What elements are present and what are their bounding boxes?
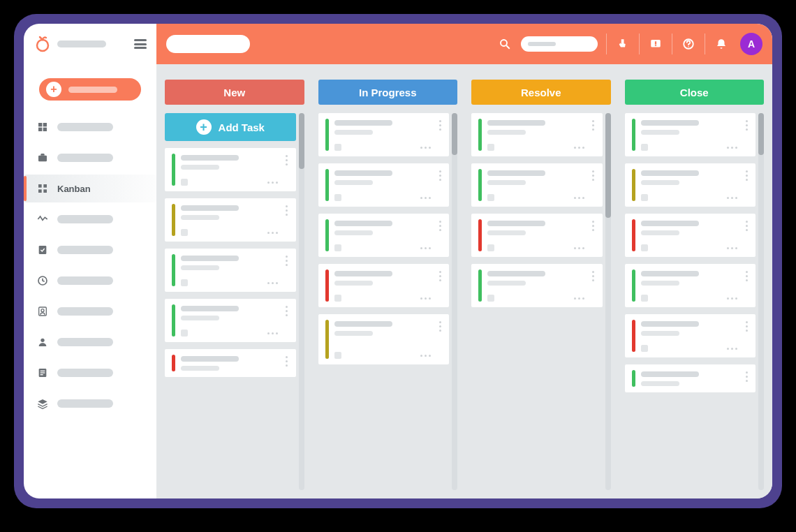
card-more-icon[interactable] [727, 297, 737, 300]
card-menu-icon[interactable] [436, 320, 443, 359]
task-card[interactable] [471, 113, 603, 156]
card-menu-icon[interactable] [743, 119, 750, 151]
card-more-icon[interactable] [420, 197, 431, 199]
task-card[interactable] [165, 148, 296, 191]
task-card[interactable] [318, 113, 450, 156]
card-more-icon[interactable] [420, 355, 431, 357]
search-icon[interactable] [497, 36, 513, 52]
card-subtitle [641, 230, 679, 235]
card-content [641, 269, 738, 302]
card-menu-icon[interactable] [283, 304, 290, 337]
brand-logo-icon [34, 35, 52, 53]
scrollbar-track [452, 113, 457, 490]
nav-list: Kanban [24, 113, 156, 424]
task-card[interactable] [318, 264, 450, 307]
task-card[interactable] [471, 264, 603, 307]
card-menu-icon[interactable] [436, 219, 443, 251]
card-more-icon[interactable] [574, 147, 584, 149]
task-card[interactable] [318, 314, 450, 364]
scrollbar-thumb[interactable] [452, 113, 457, 155]
card-footer [487, 295, 584, 302]
card-menu-icon[interactable] [283, 204, 290, 236]
card-meta-icon [487, 244, 494, 251]
task-card[interactable] [625, 214, 756, 257]
card-more-icon[interactable] [267, 182, 278, 184]
card-menu-icon[interactable] [743, 370, 750, 387]
sidebar-item-time[interactable] [24, 267, 156, 295]
sidebar: + Kanban [24, 24, 156, 498]
card-more-icon[interactable] [574, 197, 584, 199]
add-task-button[interactable]: +Add Task [165, 113, 296, 141]
card-menu-icon[interactable] [590, 169, 597, 201]
sidebar-item-projects[interactable] [24, 144, 156, 172]
card-more-icon[interactable] [727, 147, 737, 149]
scrollbar-track [299, 113, 304, 490]
sidebar-item-layers[interactable] [24, 390, 156, 418]
sidebar-item-kanban[interactable]: Kanban [24, 175, 156, 202]
card-menu-icon[interactable] [743, 169, 750, 201]
card-more-icon[interactable] [727, 348, 737, 350]
card-menu-icon[interactable] [283, 154, 290, 186]
card-menu-icon[interactable] [743, 269, 750, 302]
task-card[interactable] [165, 349, 296, 377]
card-menu-icon[interactable] [436, 169, 443, 201]
card-more-icon[interactable] [420, 297, 431, 300]
search-input[interactable] [521, 36, 598, 52]
card-menu-icon[interactable] [436, 269, 443, 302]
card-more-icon[interactable] [420, 247, 431, 249]
sidebar-item-label [57, 399, 113, 408]
card-menu-icon[interactable] [283, 254, 290, 286]
card-more-icon[interactable] [420, 147, 431, 149]
sidebar-item-activity[interactable] [24, 205, 156, 233]
task-card[interactable] [318, 163, 450, 207]
card-content [334, 119, 432, 151]
create-button[interactable]: + [39, 78, 141, 101]
pointer-icon[interactable] [615, 36, 631, 52]
svg-rect-23 [655, 41, 656, 45]
task-card[interactable] [471, 214, 603, 257]
scrollbar-thumb[interactable] [299, 113, 304, 169]
card-menu-icon[interactable] [590, 269, 597, 302]
task-card[interactable] [625, 113, 756, 156]
card-more-icon[interactable] [727, 247, 737, 249]
card-more-icon[interactable] [267, 282, 278, 284]
card-more-icon[interactable] [267, 332, 278, 334]
bell-icon[interactable] [714, 36, 729, 52]
avatar[interactable]: A [740, 33, 762, 55]
card-menu-icon[interactable] [743, 320, 750, 352]
task-card[interactable] [625, 264, 756, 307]
card-more-icon[interactable] [574, 297, 584, 300]
sidebar-item-reports[interactable] [24, 359, 156, 387]
card-menu-icon[interactable] [283, 355, 290, 371]
card-more-icon[interactable] [727, 197, 737, 199]
task-card[interactable] [625, 163, 756, 207]
announcement-icon[interactable] [648, 36, 663, 52]
scrollbar-thumb[interactable] [758, 113, 764, 155]
task-card[interactable] [625, 364, 756, 392]
help-icon[interactable] [681, 36, 696, 52]
card-menu-icon[interactable] [590, 219, 597, 251]
task-card[interactable] [165, 198, 296, 242]
sidebar-item-dashboard[interactable] [24, 113, 156, 141]
priority-stripe [632, 169, 635, 201]
task-card[interactable] [165, 249, 296, 292]
sidebar-item-contacts[interactable] [24, 297, 156, 325]
card-more-icon[interactable] [267, 232, 278, 234]
task-card[interactable] [318, 214, 450, 257]
sidebar-item-tasks[interactable] [24, 236, 156, 264]
card-menu-icon[interactable] [436, 119, 443, 151]
scrollbar-thumb[interactable] [605, 113, 611, 218]
plus-icon: + [46, 82, 61, 97]
hamburger-icon[interactable] [134, 39, 147, 49]
svg-rect-24 [655, 45, 656, 47]
card-subtitle [641, 281, 679, 286]
task-card[interactable] [625, 314, 756, 357]
task-card[interactable] [471, 163, 603, 207]
card-menu-icon[interactable] [590, 119, 597, 151]
card-menu-icon[interactable] [743, 219, 750, 251]
task-card[interactable] [165, 299, 296, 342]
card-footer [181, 229, 278, 236]
card-more-icon[interactable] [574, 247, 584, 249]
sidebar-item-users[interactable] [24, 328, 156, 356]
svg-point-26 [688, 46, 689, 47]
